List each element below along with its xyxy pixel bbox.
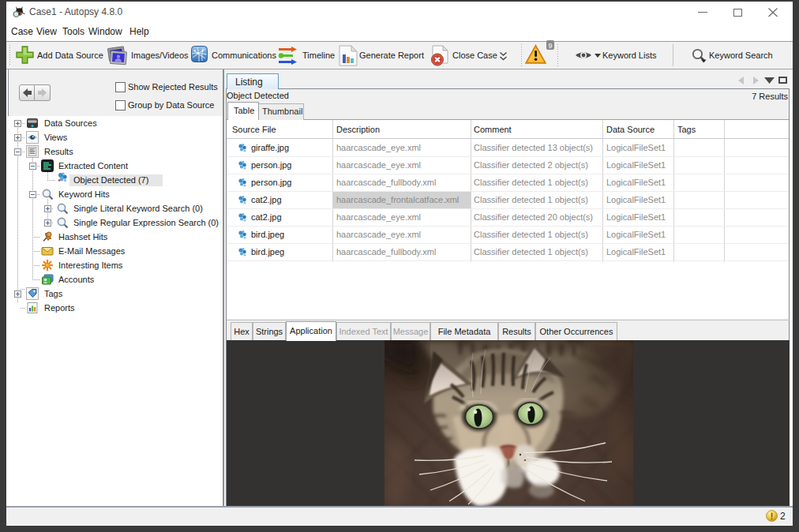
svg-text:9: 9 bbox=[548, 42, 552, 50]
